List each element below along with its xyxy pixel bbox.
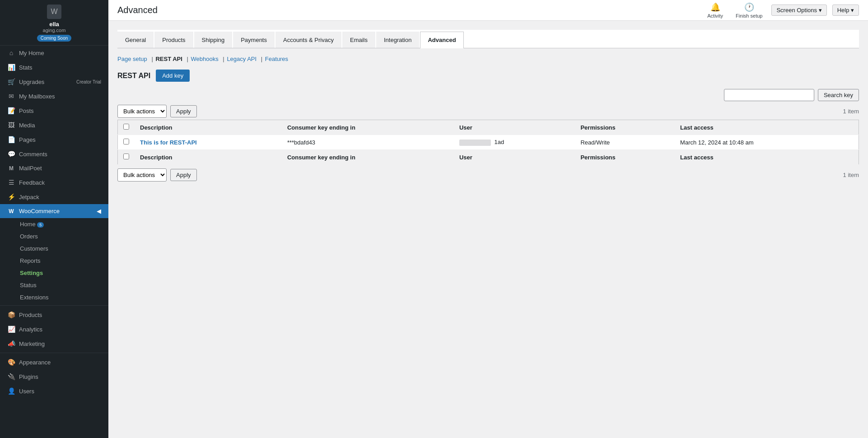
sidebar-item-products[interactable]: 📦 Products [0,308,108,322]
sidebar-subitem-extensions[interactable]: Extensions [0,291,108,303]
table-footer-row: Description Consumer key ending in User … [118,150,859,165]
finish-setup-button[interactable]: 🕐 Finish setup [732,0,766,20]
sidebar-item-label: Feedback [19,179,45,186]
sidebar-subitem-reports[interactable]: Reports [0,255,108,267]
sidebar-item-comments[interactable]: 💬 Comments [0,147,108,161]
sidebar-subitem-customers[interactable]: Customers [0,242,108,255]
subnav-legacy-api[interactable]: Legacy API [227,56,257,62]
sidebar-subitem-orders[interactable]: Orders [0,230,108,242]
apply-button-top[interactable]: Apply [170,105,197,117]
tfoot-consumer-key: Consumer key ending in [282,150,454,165]
sidebar-item-label: Stats [19,64,33,71]
tfoot-user: User [454,150,575,165]
media-icon: 🖼 [7,121,15,129]
woocommerce-submenu: Home 5 Orders Customers Reports Settings… [0,218,108,303]
sidebar-item-users[interactable]: 👤 Users [0,384,108,398]
sidebar-item-plugins[interactable]: 🔌 Plugins [0,369,108,384]
upgrades-icon: 🛒 [7,78,15,85]
th-checkbox [118,120,135,135]
sidebar-item-label: Plugins [19,373,38,380]
sidebar-item-mailboxes[interactable]: ✉ My Mailboxes [0,89,108,103]
sidebar-item-woocommerce[interactable]: W WooCommerce ◀ [0,204,108,218]
subnav-webhooks[interactable]: Webhooks [191,56,219,62]
tab-advanced[interactable]: Advanced [420,32,463,48]
row-checkbox[interactable] [123,139,129,144]
sidebar-nav: ⌂ My Home 📊 Stats 🛒 Upgrades Creator Tri… [0,46,108,438]
api-description-link[interactable]: This is for REST-API [140,139,197,146]
sidebar-item-pages[interactable]: 📄 Pages [0,132,108,147]
sidebar-item-label: Posts [19,107,34,114]
woocommerce-icon: W [7,208,15,214]
tab-emails[interactable]: Emails [342,32,375,48]
sidebar-item-label: WooCommerce [19,208,60,214]
upgrades-badge: Creator Trial [76,79,101,84]
subnav-separator-2: | [187,56,188,62]
select-all-footer-checkbox[interactable] [123,154,129,159]
bulk-actions-bar-bottom: Bulk actions Delete Apply 1 item [117,168,859,182]
user-suffix: 1ad [495,139,504,145]
bulk-actions-bar-top: Bulk actions Delete Apply 1 item [117,105,859,118]
site-url: aging.com [43,28,66,33]
finish-setup-icon: 🕐 [744,2,754,12]
products-icon: 📦 [7,311,15,318]
sidebar-item-mailpoet[interactable]: M MailPoet [0,161,108,175]
jetpack-icon: ⚡ [7,193,15,200]
analytics-icon: 📈 [7,326,15,333]
sidebar-item-label: Analytics [19,326,42,333]
bulk-actions-select-bottom[interactable]: Bulk actions Delete [117,168,167,182]
marketing-icon: 📣 [7,340,15,347]
site-logo[interactable]: W [47,5,61,19]
bulk-actions-select-top[interactable]: Bulk actions Delete [117,105,167,118]
sidebar-item-upgrades[interactable]: 🛒 Upgrades Creator Trial [0,75,108,89]
sidebar-item-analytics[interactable]: 📈 Analytics [0,322,108,336]
content-area: General Products Shipping Payments Accou… [108,21,868,438]
sidebar-item-appearance[interactable]: 🎨 Appearance [0,355,108,369]
sidebar-item-marketing[interactable]: 📣 Marketing [0,336,108,351]
tab-integration[interactable]: Integration [376,32,419,48]
sidebar-subitem-settings[interactable]: Settings [0,267,108,279]
sidebar-item-jetpack[interactable]: ⚡ Jetpack [0,190,108,204]
select-all-checkbox[interactable] [123,124,129,130]
sidebar-item-my-home[interactable]: ⌂ My Home [0,46,108,60]
sidebar-item-label: Comments [19,151,47,158]
sidebar-item-label: My Home [19,50,44,56]
sidebar-item-label: Marketing [19,340,45,347]
pages-icon: 📄 [7,136,15,143]
th-user: User [454,120,575,135]
search-key-input[interactable] [724,89,814,101]
topbar: Advanced 🔔 Activity 🕐 Finish setup Scree… [108,0,868,21]
rest-api-section-header: REST API Add key [117,70,859,82]
tab-shipping[interactable]: Shipping [194,32,233,48]
table-row: This is for REST-API ***bdafd43 1ad Read… [118,135,859,150]
tab-general[interactable]: General [117,32,154,48]
plugins-icon: 🔌 [7,373,15,380]
user-blur [459,140,491,146]
sidebar-subitem-status[interactable]: Status [0,279,108,291]
sidebar-item-media[interactable]: 🖼 Media [0,118,108,132]
tfoot-last-access: Last access [675,150,859,165]
topbar-right: 🔔 Activity 🕐 Finish setup Screen Options… [704,0,859,20]
activity-button[interactable]: 🔔 Activity [704,0,727,20]
sidebar-subitem-home[interactable]: Home 5 [0,218,108,230]
sidebar-item-label: Upgrades [19,79,44,85]
sidebar-item-feedback[interactable]: ☰ Feedback [0,175,108,190]
search-key-button[interactable]: Search key [818,89,859,101]
apply-button-bottom[interactable]: Apply [170,169,197,181]
subnav-features[interactable]: Features [265,56,288,62]
home-icon: ⌂ [7,49,15,56]
sidebar-item-stats[interactable]: 📊 Stats [0,60,108,75]
add-key-button[interactable]: Add key [156,70,190,82]
appearance-icon: 🎨 [7,359,15,366]
sidebar: W ella aging.com Coming Soon ⌂ My Home 📊… [0,0,108,438]
subnav-page-setup[interactable]: Page setup [117,56,147,62]
screen-options-button[interactable]: Screen Options ▾ [771,5,826,16]
sidebar-item-posts[interactable]: 📝 Posts [0,103,108,118]
help-button[interactable]: Help ▾ [832,5,859,16]
item-count-bottom: 1 item [843,172,859,178]
subnav-rest-api[interactable]: REST API [155,56,182,62]
tab-payments[interactable]: Payments [233,32,275,48]
tab-accounts-privacy[interactable]: Accounts & Privacy [275,32,341,48]
main-content: Advanced 🔔 Activity 🕐 Finish setup Scree… [108,0,868,438]
tab-products[interactable]: Products [154,32,193,48]
subnav-separator-1: | [151,56,153,62]
